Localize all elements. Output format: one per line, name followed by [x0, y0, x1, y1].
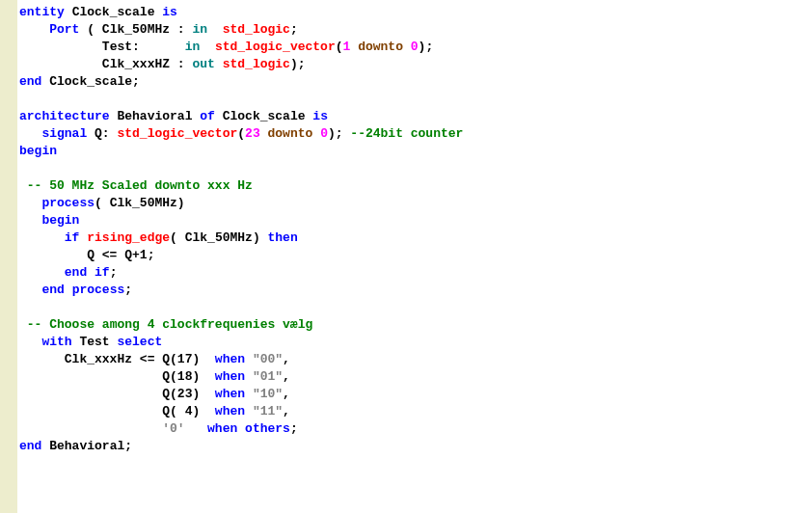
sig-lo: 0: [320, 126, 328, 141]
port3-type: std_logic: [223, 57, 290, 71]
port2-type: std_logic_vector: [215, 40, 336, 54]
port3-name: Clk_xxxHZ: [102, 57, 170, 71]
kw-others: others: [245, 421, 290, 436]
comment3: -- Choose among 4 clockfrequenies vælg: [27, 317, 312, 332]
comma3: ,: [283, 387, 290, 401]
kw-end-arch: end: [19, 439, 41, 453]
sig-type: std_logic_vector: [117, 126, 237, 141]
kw-process: process: [41, 196, 95, 210]
end-arch-name: Behavioral: [49, 439, 124, 453]
fn-rising-edge: rising_edge: [87, 230, 170, 245]
lit-10: "10": [253, 387, 283, 401]
kw-with: with: [41, 335, 71, 349]
lit-00: "00": [253, 352, 283, 366]
comma4: ,: [283, 404, 290, 418]
kw-entity: entity: [19, 5, 65, 19]
kw-of: of: [200, 109, 215, 123]
kw-downto: downto: [358, 40, 403, 54]
q4: Q( 4): [162, 404, 200, 418]
kw-begin: begin: [19, 144, 57, 158]
kw-when5: when: [207, 421, 237, 436]
kw-signal: signal: [41, 126, 87, 141]
arch-name: Behavioral: [117, 109, 192, 123]
comma1: ,: [283, 352, 290, 366]
q23: Q(23): [162, 387, 200, 401]
sig-hi: 23: [245, 126, 260, 141]
with-test: Test: [79, 335, 109, 349]
lit-11: "11": [253, 404, 283, 418]
kw-downto2: downto: [268, 126, 313, 141]
port1-type: std_logic: [223, 22, 290, 37]
sig-name: Q: [95, 126, 102, 141]
assign-q: Q <= Q+1;: [87, 248, 154, 262]
kw-end-process-process: process: [72, 283, 125, 297]
q18: Q(18): [162, 369, 200, 384]
kw-end-process-end: end: [41, 283, 64, 297]
comma2: ,: [283, 369, 290, 384]
kw-architecture: architecture: [19, 109, 110, 123]
kw-select: select: [117, 335, 162, 349]
kw-is2: is: [312, 109, 328, 123]
entity-name: Clock_scale: [72, 5, 155, 19]
kw-end-if-if: if: [95, 265, 110, 280]
comment2: -- 50 MHz Scaled downto xxx Hz: [27, 178, 253, 193]
kw-when1: when: [215, 352, 245, 366]
port2-hi: 1: [343, 40, 351, 54]
kw-when4: when: [215, 404, 245, 418]
kw-is: is: [162, 5, 177, 19]
kw-when3: when: [215, 387, 245, 401]
kw-if: if: [65, 230, 80, 245]
kw-port: Port: [49, 22, 79, 37]
process-arg: Clk_50MHz: [110, 196, 177, 210]
port2-name: Test: [102, 40, 132, 54]
re-arg: Clk_50MHz: [185, 230, 253, 245]
kw-end-if-end: end: [65, 265, 87, 280]
code-block: entity Clock_scale is Port ( Clk_50MHz :…: [17, 0, 812, 513]
semi-sel: ;: [290, 421, 298, 436]
port1-dir: in: [192, 22, 207, 37]
kw-begin2: begin: [41, 213, 79, 228]
lit-zero: '0': [162, 421, 184, 436]
port1-name: Clk_50MHz: [102, 22, 170, 37]
port3-dir: out: [192, 57, 214, 71]
arch-of-name: Clock_scale: [223, 109, 306, 123]
comment1: --24bit counter: [350, 126, 463, 141]
sel-lhs: Clk_xxxHz <= Q(17): [65, 352, 200, 366]
port2-dir: in: [185, 40, 201, 54]
port2-lo: 0: [411, 40, 419, 54]
lit-01: "01": [253, 369, 283, 384]
end-entity-name: Clock_scale: [49, 74, 132, 89]
kw-then: then: [268, 230, 298, 245]
kw-when2: when: [215, 369, 245, 384]
gutter: [0, 0, 17, 513]
kw-end-entity: end: [19, 74, 41, 89]
